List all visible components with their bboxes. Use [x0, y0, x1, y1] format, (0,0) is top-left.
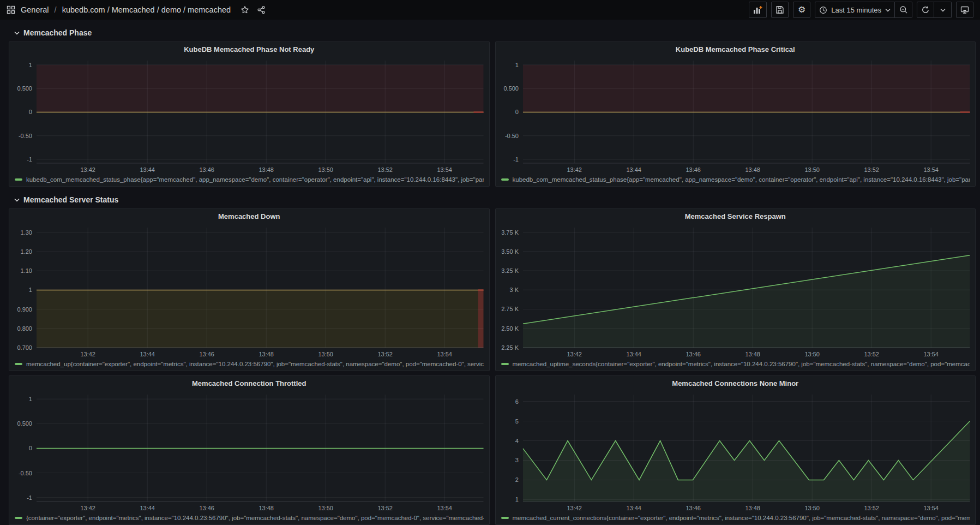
- svg-text:-1: -1: [513, 156, 519, 163]
- panel-title[interactable]: Memcached Connections None Minor: [496, 376, 976, 390]
- svg-text:13:54: 13:54: [923, 166, 939, 173]
- svg-text:13:54: 13:54: [437, 505, 452, 511]
- panel-title[interactable]: Memcached Down: [9, 209, 489, 223]
- panel-memcached-connections-none-minor: Memcached Connections None Minor 6543211…: [495, 375, 976, 525]
- section-header-memcached-server-status[interactable]: Memcached Server Status: [14, 194, 976, 205]
- svg-text:13:44: 13:44: [626, 166, 641, 173]
- panel-title[interactable]: Memcached Service Respawn: [496, 209, 976, 223]
- save-dashboard-button[interactable]: [771, 2, 789, 18]
- breadcrumb-folder[interactable]: General: [21, 5, 49, 14]
- panel-title[interactable]: Memcached Connection Throttled: [9, 376, 489, 390]
- time-range-picker[interactable]: Last 15 minutes: [815, 2, 895, 18]
- svg-text:1.10: 1.10: [21, 267, 32, 274]
- star-icon[interactable]: [241, 5, 249, 14]
- svg-text:13:50: 13:50: [804, 351, 820, 357]
- svg-text:13:48: 13:48: [258, 166, 274, 173]
- svg-text:13:50: 13:50: [318, 505, 333, 511]
- svg-text:13:54: 13:54: [923, 351, 939, 357]
- chevron-down-icon: [14, 31, 20, 35]
- time-series-chart[interactable]: 1.301.201.1010.9000.8000.70013:4213:4413…: [9, 223, 489, 360]
- section-header-memcached-phase[interactable]: Memcached Phase: [14, 27, 976, 38]
- legend-swatch: [15, 517, 22, 519]
- section-title: Memcached Server Status: [23, 195, 118, 204]
- gear-icon: ⚙: [798, 5, 805, 14]
- time-series-chart[interactable]: 10.5000-0.50-113:4213:4413:4613:4813:501…: [9, 56, 489, 175]
- svg-text:13:44: 13:44: [626, 505, 641, 511]
- svg-text:0.700: 0.700: [17, 344, 32, 351]
- svg-text:13:46: 13:46: [686, 166, 701, 173]
- svg-text:0.500: 0.500: [17, 85, 32, 92]
- panel-row-3: Memcached Connection Throttled 10.5000-0…: [9, 375, 976, 525]
- dashboard-title[interactable]: kubedb.com / Memcached / demo / memcache…: [62, 5, 231, 14]
- share-icon[interactable]: [257, 5, 266, 14]
- svg-text:13:44: 13:44: [140, 505, 155, 511]
- legend-label[interactable]: kubedb_com_memcached_status_phase{app="m…: [513, 176, 970, 183]
- legend: kubedb_com_memcached_status_phase{app="m…: [9, 175, 489, 186]
- svg-text:13:42: 13:42: [80, 351, 95, 357]
- svg-text:0.800: 0.800: [17, 325, 32, 332]
- kiosk-monitor-icon: [960, 5, 969, 14]
- svg-text:0: 0: [29, 109, 32, 115]
- zoom-out-time-button[interactable]: [895, 2, 912, 18]
- svg-text:1: 1: [29, 62, 32, 68]
- legend-label[interactable]: memcached_up{container="exporter", endpo…: [26, 361, 484, 367]
- kiosk-mode-button[interactable]: [956, 2, 973, 18]
- dashboard-toolbar: ⚙ Last 15 minutes: [749, 2, 973, 18]
- svg-text:2.50 K: 2.50 K: [501, 325, 519, 332]
- svg-text:13:46: 13:46: [686, 505, 701, 511]
- legend-label[interactable]: memcached_uptime_seconds{container="expo…: [513, 361, 970, 367]
- section-title: Memcached Phase: [23, 28, 92, 37]
- panel-title[interactable]: KubeDB Memcached Phase Not Ready: [9, 42, 489, 56]
- svg-text:13:52: 13:52: [864, 166, 879, 173]
- time-series-chart[interactable]: 10.5000-0.50-113:4213:4413:4613:4813:501…: [496, 56, 976, 175]
- svg-text:13:54: 13:54: [437, 166, 452, 173]
- time-picker-group: Last 15 minutes: [815, 2, 912, 18]
- svg-text:13:42: 13:42: [567, 351, 582, 357]
- svg-text:13:50: 13:50: [318, 351, 333, 357]
- svg-text:13:48: 13:48: [258, 351, 274, 357]
- legend-label[interactable]: memcached_current_connections{container=…: [513, 515, 970, 521]
- panel-title[interactable]: KubeDB Memcached Phase Critical: [496, 42, 976, 56]
- svg-text:6: 6: [515, 398, 518, 405]
- add-panel-icon: [753, 5, 762, 14]
- svg-text:2: 2: [515, 476, 518, 483]
- add-panel-button[interactable]: [749, 2, 767, 18]
- panel-memcached-service-respawn: Memcached Service Respawn 3.75 K3.50 K3.…: [495, 208, 976, 371]
- legend-swatch: [501, 517, 509, 519]
- legend-label[interactable]: {container="exporter", endpoint="metrics…: [26, 515, 484, 521]
- refresh-dashboard-button[interactable]: [917, 2, 934, 18]
- apps-grid-icon[interactable]: [7, 5, 15, 14]
- svg-text:13:48: 13:48: [745, 505, 760, 511]
- svg-text:-0.50: -0.50: [19, 133, 32, 139]
- svg-text:13:42: 13:42: [567, 166, 582, 173]
- svg-text:3.75 K: 3.75 K: [501, 229, 519, 236]
- svg-text:1.30: 1.30: [21, 229, 32, 236]
- svg-text:-1: -1: [27, 494, 32, 501]
- legend: memcached_up{container="exporter", endpo…: [9, 360, 489, 371]
- svg-text:13:48: 13:48: [745, 351, 760, 357]
- svg-text:13:48: 13:48: [745, 166, 760, 173]
- panel-memcached-connection-throttled: Memcached Connection Throttled 10.5000-0…: [9, 375, 490, 525]
- legend-label[interactable]: kubedb_com_memcached_status_phase{app="m…: [26, 176, 484, 183]
- svg-text:13:42: 13:42: [567, 505, 582, 511]
- legend-swatch: [15, 363, 22, 365]
- svg-text:13:50: 13:50: [804, 166, 820, 173]
- legend-swatch: [501, 363, 509, 365]
- clock-icon: [819, 6, 827, 14]
- dashboard-settings-button[interactable]: ⚙: [793, 2, 810, 18]
- time-series-chart[interactable]: 10.5000-0.50-113:4213:4413:4613:4813:501…: [9, 390, 489, 514]
- time-series-chart[interactable]: 65432113:4213:4413:4613:4813:5013:5213:5…: [496, 390, 976, 514]
- svg-text:-1: -1: [27, 156, 32, 163]
- save-icon: [775, 5, 784, 14]
- svg-text:3 K: 3 K: [509, 287, 519, 293]
- time-series-chart[interactable]: 3.75 K3.50 K3.25 K3 K2.75 K2.50 K2.25 K1…: [496, 223, 976, 360]
- svg-text:1: 1: [29, 287, 32, 293]
- svg-text:0: 0: [29, 445, 32, 451]
- dashboard-content: Memcached Phase KubeDB Memcached Phase N…: [0, 27, 980, 525]
- svg-text:13:50: 13:50: [318, 166, 333, 173]
- svg-text:13:44: 13:44: [140, 166, 155, 173]
- chevron-down-icon: [940, 8, 946, 12]
- refresh-icon: [921, 5, 930, 14]
- refresh-interval-dropdown[interactable]: [934, 2, 952, 18]
- svg-text:1: 1: [515, 496, 518, 503]
